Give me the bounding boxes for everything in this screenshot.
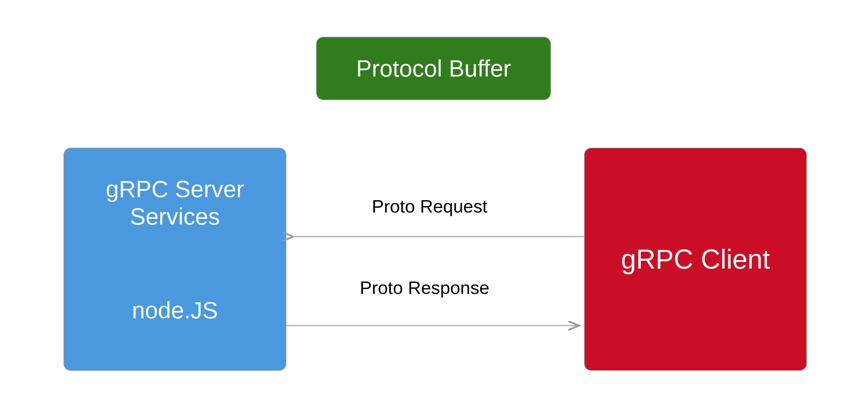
edge-request-label: Proto Request bbox=[372, 196, 488, 217]
node-grpc-client-label: gRPC Client bbox=[621, 244, 770, 275]
node-grpc-server-line2: Services bbox=[130, 203, 220, 230]
edge-response-label: Proto Response bbox=[360, 277, 489, 298]
node-protocol-buffer-label: Protocol Buffer bbox=[356, 55, 511, 82]
node-grpc-server-line1: gRPC Server bbox=[106, 175, 244, 203]
node-grpc-server-line3: node.JS bbox=[132, 296, 218, 324]
diagram-canvas: Protocol Buffer gRPC Server Services nod… bbox=[0, 0, 868, 397]
node-grpc-client: gRPC Client bbox=[584, 148, 807, 371]
node-grpc-server: gRPC Server Services node.JS bbox=[64, 148, 286, 371]
node-protocol-buffer: Protocol Buffer bbox=[316, 37, 551, 100]
